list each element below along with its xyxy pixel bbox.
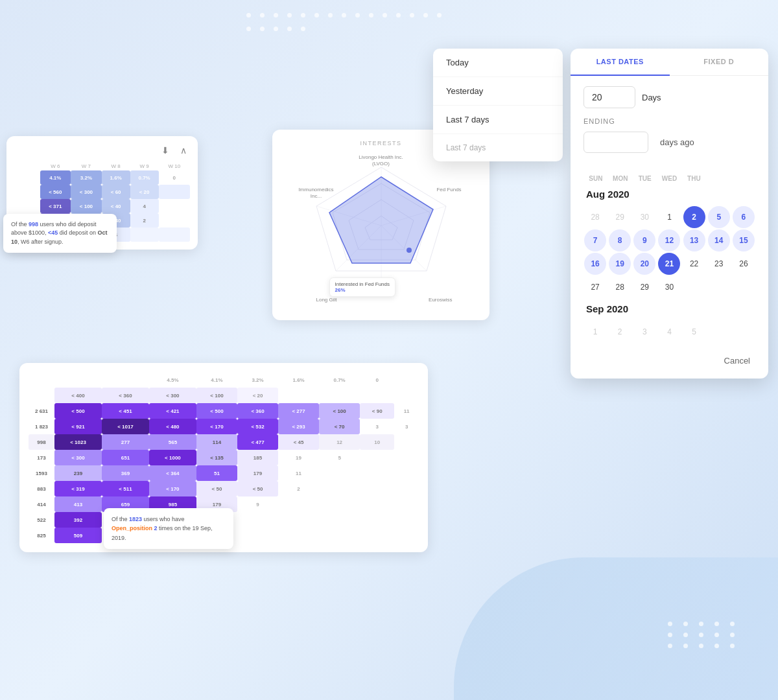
cal-day[interactable]: 29 xyxy=(633,276,655,298)
aug-2020-grid: 28 29 30 1 2 5 6 7 8 9 12 13 14 15 16 19… xyxy=(584,206,755,298)
col-w7: W 7 xyxy=(71,162,102,170)
radar-label-right: Fed Funds xyxy=(427,187,472,193)
table-row: 998 < 1023 277 565 114 < 477 < 45 12 10 xyxy=(29,434,419,450)
dropdown-item-today[interactable]: Today xyxy=(433,49,563,77)
col-w10: W 10 xyxy=(159,162,190,170)
cal-day[interactable]: 30 xyxy=(658,276,680,298)
tab-fixed-d[interactable]: FIXED D xyxy=(670,49,769,75)
dropdown-item-yesterday[interactable]: Yesterday xyxy=(433,77,563,106)
cal-day[interactable]: 13 xyxy=(683,229,705,251)
sep-2020-grid: 1 2 3 4 5 xyxy=(584,321,755,343)
date-picker-panel: LAST DATES FIXED D Days ENDING days ago … xyxy=(571,49,768,379)
table-row: < 560 < 300 < 60 < 20 xyxy=(14,185,190,199)
cal-day[interactable]: 19 xyxy=(609,253,631,275)
cal-day[interactable]: 4 xyxy=(658,321,680,343)
cal-day[interactable]: 1 xyxy=(584,321,606,343)
download-icon[interactable]: ⬇ xyxy=(159,144,172,157)
dp-body: Days ENDING days ago xyxy=(571,76,768,172)
cal-day[interactable]: 20 xyxy=(633,253,655,275)
cal-day[interactable]: 22 xyxy=(683,253,705,275)
radar-label-bottom-left: Long Gilt xyxy=(316,297,337,303)
radar-tooltip: Interested in Fed Funds26% xyxy=(329,277,396,297)
radar-label-bottom-right: Euroswiss xyxy=(429,297,452,303)
dropdown-item-last7[interactable]: Last 7 days xyxy=(433,106,563,134)
date-picker-tabs: LAST DATES FIXED D xyxy=(571,49,768,76)
sep-2020-title: Sep 2020 xyxy=(584,303,755,314)
dropdown-item-partial[interactable]: Last 7 days xyxy=(433,134,563,161)
dp-days-ago-suffix: days ago xyxy=(660,137,694,147)
cal-day[interactable]: 30 xyxy=(633,206,655,228)
cal-day-selected-2[interactable]: 2 xyxy=(683,206,705,228)
table-row: 1593 239 369 < 364 51 179 11 xyxy=(29,465,419,481)
dp-days-ago-row: days ago xyxy=(584,132,755,153)
heatmap-tooltip-1: Of the 998 users who did deposit above $… xyxy=(3,214,117,253)
svg-marker-9 xyxy=(329,177,433,263)
dow-tue: TUE xyxy=(633,172,657,185)
cal-day[interactable]: 26 xyxy=(733,253,755,275)
cal-day[interactable]: 28 xyxy=(609,276,631,298)
dp-unit-label: Days xyxy=(642,93,661,102)
table-row: 883 < 319 < 511 < 170 < 50 < 50 2 xyxy=(29,481,419,496)
dp-amount-row: Days xyxy=(584,86,755,108)
card-toolbar-1: ⬇ ∧ xyxy=(14,144,190,157)
dow-thu: THU xyxy=(681,172,706,185)
radar-container: Livongo Health Inc.(LVGO) ImmunomedicsIn… xyxy=(290,154,472,310)
cal-day[interactable]: 9 xyxy=(633,229,655,251)
table-row: 2 631 < 500 < 451 < 421 < 500 < 360 < 27… xyxy=(29,403,419,419)
cal-day[interactable]: 23 xyxy=(708,253,730,275)
heatmap-card-1: ⬇ ∧ W 6 W 7 W 8 W 9 W 10 4.1% 3.2% 1.6% … xyxy=(6,136,198,250)
dow-wed: WED xyxy=(657,172,682,185)
dow-sun: SUN xyxy=(584,172,608,185)
cancel-button[interactable]: Cancel xyxy=(719,353,755,368)
cal-day[interactable]: 16 xyxy=(584,253,606,275)
cal-day[interactable]: 5 xyxy=(708,206,730,228)
cal-day[interactable]: 5 xyxy=(683,321,705,343)
aug-2020-title: Aug 2020 xyxy=(584,189,755,200)
radar-label-top: Livongo Health Inc.(LVGO) xyxy=(349,154,414,168)
calendar: SUN MON TUE WED THU Aug 2020 28 29 30 1 … xyxy=(571,172,768,343)
col-w9: W 9 xyxy=(130,162,159,170)
cal-day[interactable]: 8 xyxy=(609,229,631,251)
dp-ending-label: ENDING xyxy=(584,117,755,125)
pct-w9: 0.7% xyxy=(130,170,159,185)
cal-day[interactable]: 15 xyxy=(733,229,755,251)
tab-last-dates[interactable]: LAST DATES xyxy=(571,49,670,76)
dropdown-menu: Today Yesterday Last 7 days Last 7 days xyxy=(433,49,563,161)
dp-days-ago-input[interactable] xyxy=(584,132,648,153)
cal-day[interactable]: 2 xyxy=(609,321,631,343)
dp-cancel-row: Cancel xyxy=(571,348,768,368)
dp-amount-input[interactable] xyxy=(584,86,635,108)
dow-mon: MON xyxy=(608,172,633,185)
decorative-dots-top xyxy=(246,13,454,31)
cal-day[interactable]: 28 xyxy=(584,206,606,228)
pct-w6: 4.1% xyxy=(40,170,71,185)
col-w8: W 8 xyxy=(102,162,130,170)
cal-day[interactable]: 27 xyxy=(584,276,606,298)
radar-label-left: ImmunomedicsInc... xyxy=(290,187,342,200)
expand-icon[interactable]: ∧ xyxy=(177,144,190,157)
pct-w8: 1.6% xyxy=(102,170,130,185)
table-row: < 400 < 360 < 300 < 100 < 20 xyxy=(29,388,419,403)
heatmap-card-2: 4.5% 4.1% 3.2% 1.6% 0.7% 0 < 400 < 360 <… xyxy=(19,363,428,552)
cal-day[interactable]: 14 xyxy=(708,229,730,251)
cal-day[interactable]: 12 xyxy=(658,229,680,251)
col-w6: W 6 xyxy=(40,162,71,170)
table-row: 173 < 300 651 < 1000 < 135 185 19 5 xyxy=(29,450,419,465)
cal-day[interactable]: 6 xyxy=(733,206,755,228)
table-row: < 371 < 100 < 40 4 xyxy=(14,199,190,213)
cal-day[interactable]: 7 xyxy=(584,229,606,251)
pct-w7: 3.2% xyxy=(71,170,102,185)
heatmap-tooltip-2: Of the 1823 users who have Open_position… xyxy=(104,508,233,549)
cal-day[interactable]: 3 xyxy=(633,321,655,343)
table-row: 1 823 < 921 < 1017 < 480 < 170 < 532 < 2… xyxy=(29,419,419,434)
calendar-dow-row: SUN MON TUE WED THU xyxy=(584,172,755,185)
svg-point-10 xyxy=(407,248,412,253)
decorative-dots-bottom-right xyxy=(668,622,739,648)
cal-day[interactable]: 29 xyxy=(609,206,631,228)
cal-day-selected-21[interactable]: 21 xyxy=(658,253,680,275)
cal-day[interactable]: 1 xyxy=(658,206,680,228)
pct-w10: 0 xyxy=(159,170,190,185)
